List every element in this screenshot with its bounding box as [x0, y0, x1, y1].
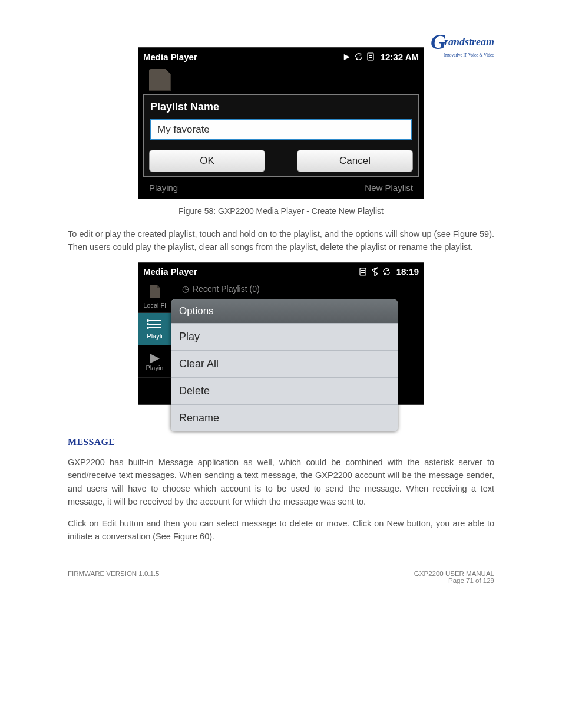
footer-left: FIRMWARE VERSION 1.0.1.5 — [68, 570, 160, 584]
svg-point-10 — [147, 324, 148, 325]
playlist-name-dialog: Playlist Name OK Cancel — [143, 94, 419, 177]
svg-rect-2 — [369, 57, 372, 58]
file-icon — [148, 284, 162, 302]
cancel-button[interactable]: Cancel — [297, 150, 413, 172]
recent-playlist-label: ◷Recent Playlist (0) — [182, 284, 260, 294]
paragraph-3: Click on Edit button and then you can se… — [68, 517, 494, 543]
options-item-rename[interactable]: Rename — [171, 404, 398, 431]
options-menu: Options Play Clear All Delete Rename — [171, 299, 398, 431]
dialog-title: Playlist Name — [144, 95, 418, 118]
sim-icon — [366, 52, 375, 61]
page-footer: FIRMWARE VERSION 1.0.1.5 GXP2200 USER MA… — [68, 565, 494, 584]
file-icon — [149, 69, 171, 91]
app-title: Media Player — [143, 266, 197, 276]
figure-caption-1: Figure 58: GXP2200 Media Player - Create… — [68, 206, 494, 216]
options-item-clear-all[interactable]: Clear All — [171, 350, 398, 377]
footer-right-line1: GXP2200 USER MANUAL — [414, 570, 494, 577]
options-item-delete[interactable]: Delete — [171, 377, 398, 404]
brand-logo: Grandstream Innovative IP Voice & Video — [431, 29, 494, 58]
refresh-icon — [382, 268, 391, 276]
svg-rect-4 — [361, 270, 365, 271]
clock: 12:32 AM — [381, 52, 419, 62]
bottom-tab-playing: Playing — [149, 183, 178, 193]
options-item-play[interactable]: Play — [171, 323, 398, 350]
options-menu-header: Options — [171, 299, 398, 323]
refresh-icon — [355, 52, 363, 61]
screenshot-playlist-options: Media Player 18:19 Local Fi — [138, 262, 424, 405]
sim-icon — [359, 268, 367, 276]
svg-point-11 — [147, 327, 148, 328]
sidebar-item-label: Playin — [146, 364, 164, 371]
sidebar-item-label: Playli — [147, 332, 162, 340]
svg-rect-1 — [369, 55, 372, 56]
playlist-name-input[interactable] — [150, 119, 412, 140]
footer-right-line2: Page 71 of 129 — [414, 577, 494, 584]
sidebar-tab-local-files[interactable]: Local Fi — [138, 281, 171, 313]
status-bar: Media Player ▶ 12:32 AM — [138, 48, 424, 65]
svg-rect-5 — [361, 272, 365, 273]
paragraph-1: To edit or play the created playlist, to… — [68, 228, 494, 254]
bottom-tab-new-playlist: New Playlist — [365, 183, 413, 193]
screenshot-create-playlist: Media Player ▶ 12:32 AM Playlist Name OK… — [138, 47, 424, 199]
ok-button[interactable]: OK — [149, 150, 265, 172]
svg-point-9 — [147, 320, 148, 321]
status-bar: Media Player 18:19 — [138, 263, 424, 281]
sidebar-tab-playlist[interactable]: Playli — [138, 313, 171, 345]
brand-rest: randstream — [444, 36, 494, 48]
paragraph-2: GXP2200 has built-in Message application… — [68, 456, 494, 509]
sidebar-item-label: Local Fi — [143, 302, 166, 309]
play-icon: ▶ — [343, 52, 351, 61]
app-title: Media Player — [143, 52, 197, 62]
clock-icon: ◷ — [182, 284, 189, 294]
list-icon — [147, 318, 163, 332]
play-icon: ▶ — [150, 351, 160, 364]
section-heading-message: MESSAGE — [68, 437, 494, 447]
sidebar-tab-playing[interactable]: ▶ Playin — [138, 345, 171, 378]
clock: 18:19 — [396, 266, 419, 276]
bluetooth-icon — [371, 268, 379, 276]
